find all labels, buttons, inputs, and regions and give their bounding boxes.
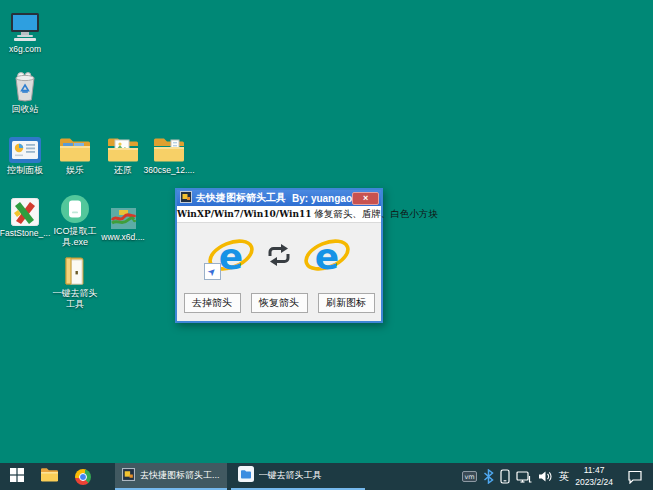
control-panel-icon <box>9 131 41 163</box>
icon-preview-row: e ➤ e <box>177 231 381 283</box>
dialog-subtitle: WinXP/Win7/Win10/Win11 修复箭头、盾牌、白色小方块 <box>177 206 381 223</box>
desktop-icon-faststone[interactable]: FastStone_... <box>0 194 50 238</box>
fix-description-text: 修复箭头、盾牌、白色小方块 <box>312 208 438 219</box>
computer-icon <box>8 10 42 42</box>
desktop-icon-label: x6g.com <box>9 44 41 54</box>
restore-arrow-button[interactable]: 恢复箭头 <box>251 293 308 313</box>
ime-indicator[interactable]: 英 <box>559 470 570 484</box>
folder-file-icon <box>153 131 185 163</box>
taskbar: 去快捷图标箭头工... 一键去箭头工具 vm <box>0 463 653 490</box>
start-button[interactable] <box>0 463 33 490</box>
remove-arrow-button[interactable]: 去掉箭头 <box>184 293 241 313</box>
desktop-icon-remove-arrow-folder[interactable]: 一键去箭头工具 <box>50 254 100 310</box>
ie-icon-with-arrow: e ➤ <box>208 234 254 280</box>
bluetooth-icon[interactable] <box>483 469 494 484</box>
desktop-icon-label: ICO提取工具.exe <box>50 226 100 248</box>
desktop-icon-label: 360cse_12.... <box>143 165 194 175</box>
explorer-window-icon <box>238 466 254 486</box>
desktop-icon-x6d-shortcut[interactable]: www.x6d.... <box>98 198 148 242</box>
open-folder-icon <box>62 254 89 286</box>
desktop-icon-ico-extractor[interactable]: ICO提取工具.exe <box>50 192 100 248</box>
desktop-icon-label: 娱乐 <box>66 165 84 176</box>
dialog-button-row: 去掉箭头 恢复箭头 刷新图标 <box>177 293 381 313</box>
os-versions-text: WinXP/Win7/Win10/Win11 <box>177 209 312 219</box>
desktop-icon-label: 回收站 <box>12 104 39 115</box>
svg-text:e: e <box>315 236 339 277</box>
window-title: 去快捷图标箭头工具 <box>196 191 286 205</box>
svg-text:e: e <box>219 236 243 277</box>
taskbar-task-remove-arrow-tool[interactable]: 去快捷图标箭头工... <box>115 463 227 490</box>
phone-icon[interactable] <box>500 469 510 484</box>
folder-icon <box>59 131 91 163</box>
svg-text:vm: vm <box>464 473 474 481</box>
desktop-icon-folder-yule[interactable]: 娱乐 <box>50 131 100 176</box>
file-explorer-button[interactable] <box>33 463 66 490</box>
desktop-icon-recycle-bin[interactable]: 回收站 <box>0 70 50 115</box>
desktop-icon-this-pc[interactable]: x6g.com <box>0 10 50 54</box>
swap-arrows-icon <box>266 243 292 271</box>
close-button[interactable]: × <box>352 192 379 205</box>
clock-date: 2023/2/24 <box>575 477 613 488</box>
chrome-button[interactable] <box>66 463 99 490</box>
task-app-icon <box>122 467 135 485</box>
window-titlebar[interactable]: 去快捷图标箭头工具 By: yuangao × <box>177 190 381 206</box>
window-title-byline: By: yuangao <box>292 193 352 204</box>
ico-extractor-icon <box>60 192 90 224</box>
shortcut-arrow-overlay-icon: ➤ <box>204 263 221 280</box>
clock-time: 11:47 <box>575 465 613 476</box>
web-shortcut-icon <box>110 198 137 230</box>
desktop-icon-label: FastStone_... <box>0 228 50 238</box>
desktop-icon-control-panel[interactable]: 控制面板 <box>0 131 50 176</box>
faststone-icon <box>11 194 39 226</box>
vmware-tray-icon[interactable]: vm <box>462 471 477 482</box>
task-label: 去快捷图标箭头工... <box>140 469 220 482</box>
action-center-icon[interactable] <box>627 469 643 484</box>
network-icon[interactable] <box>516 470 532 484</box>
folder-image-icon <box>107 131 139 163</box>
remove-arrow-tool-window: 去快捷图标箭头工具 By: yuangao × WinXP/Win7/Win10… <box>175 188 383 323</box>
file-explorer-icon <box>40 467 59 486</box>
taskbar-task-explorer-window[interactable]: 一键去箭头工具 <box>231 463 365 490</box>
desktop-icon-label: 控制面板 <box>7 165 43 176</box>
recycle-bin-icon <box>10 70 40 102</box>
desktop-icon-label: 还原 <box>114 165 132 176</box>
windows-logo-icon <box>10 468 24 486</box>
desktop-icon-folder-360cse[interactable]: 360cse_12.... <box>141 131 197 175</box>
chrome-icon <box>75 469 91 485</box>
volume-icon[interactable] <box>538 470 553 483</box>
desktop-icon-label: 一键去箭头工具 <box>50 288 100 310</box>
desktop-icon-label: www.x6d.... <box>101 232 144 242</box>
task-label: 一键去箭头工具 <box>259 469 322 482</box>
refresh-icons-button[interactable]: 刷新图标 <box>318 293 375 313</box>
taskbar-clock[interactable]: 11:47 2023/2/24 <box>575 465 613 487</box>
window-app-icon <box>180 189 192 207</box>
system-tray: vm <box>462 463 653 490</box>
ie-icon-no-arrow: e <box>304 234 350 280</box>
